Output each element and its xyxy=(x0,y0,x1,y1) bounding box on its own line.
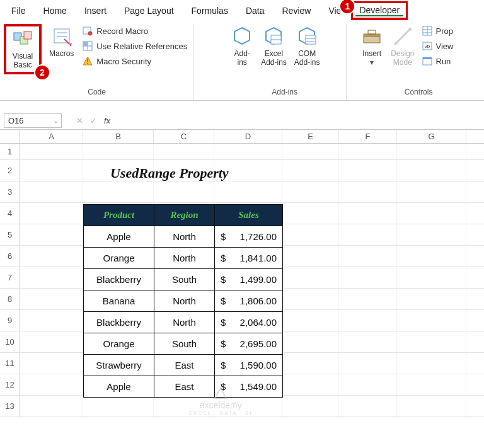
col-header-g[interactable]: G xyxy=(397,130,466,143)
cell[interactable] xyxy=(397,267,466,288)
cell[interactable] xyxy=(282,160,339,181)
cell[interactable] xyxy=(282,181,339,202)
cell[interactable] xyxy=(214,396,282,416)
cell[interactable] xyxy=(339,353,397,374)
cell[interactable] xyxy=(20,331,83,352)
cell[interactable] xyxy=(397,181,466,202)
cell[interactable] xyxy=(214,181,282,202)
cell-region[interactable]: North xyxy=(154,226,215,248)
cell[interactable] xyxy=(282,310,339,331)
cell[interactable] xyxy=(20,289,83,309)
cell[interactable] xyxy=(339,203,397,224)
cell-region[interactable]: East xyxy=(154,355,215,376)
tab-developer[interactable]: Developer 1 xyxy=(351,1,408,20)
macro-security-button[interactable]: ! Macro Security xyxy=(80,54,190,68)
fx-icon[interactable]: fx xyxy=(102,116,112,125)
row-header[interactable]: 6 xyxy=(0,246,20,267)
col-header-b[interactable]: B xyxy=(83,130,154,143)
cell[interactable] xyxy=(397,289,466,309)
cell[interactable] xyxy=(20,203,83,224)
cell[interactable] xyxy=(154,181,214,202)
cell[interactable] xyxy=(83,144,154,159)
cell-sales[interactable]: $1,806.00 xyxy=(215,290,283,312)
cell-product[interactable]: Apple xyxy=(84,226,154,248)
cell[interactable] xyxy=(20,267,83,288)
cell[interactable] xyxy=(20,181,83,202)
cell[interactable] xyxy=(282,246,339,267)
header-region[interactable]: Region xyxy=(154,205,215,226)
row-header[interactable]: 7 xyxy=(0,267,20,288)
name-box[interactable]: O16 ⌵ xyxy=(4,113,62,128)
cell-region[interactable]: South xyxy=(154,269,215,290)
row-header[interactable]: 2 xyxy=(0,160,20,181)
cell[interactable] xyxy=(397,331,466,352)
header-product[interactable]: Product xyxy=(84,205,154,226)
row-header[interactable]: 13 xyxy=(0,396,20,416)
cell[interactable] xyxy=(397,310,466,331)
col-header-c[interactable]: C xyxy=(154,130,214,143)
macros-button[interactable]: Macros xyxy=(45,24,78,59)
row-header[interactable]: 4 xyxy=(0,203,20,224)
cell-product[interactable]: Orange xyxy=(84,248,154,269)
cell-product[interactable]: Strawberry xyxy=(84,355,154,376)
com-addins-button[interactable]: COM Add-ins xyxy=(291,24,324,68)
tab-formulas[interactable]: Formulas xyxy=(183,2,237,20)
confirm-icon[interactable]: ✓ xyxy=(88,116,98,125)
col-header-f[interactable]: F xyxy=(339,130,397,143)
cell[interactable] xyxy=(282,224,339,245)
cell[interactable] xyxy=(20,224,83,245)
tab-insert[interactable]: Insert xyxy=(76,2,115,20)
cell-sales[interactable]: $2,695.00 xyxy=(215,333,283,355)
cell[interactable] xyxy=(339,160,397,181)
row-header[interactable]: 9 xyxy=(0,310,20,331)
cell-sales[interactable]: $2,064.00 xyxy=(215,312,283,333)
chevron-down-icon[interactable]: ⌵ xyxy=(54,118,57,124)
use-relative-references-button[interactable]: Use Relative References xyxy=(80,39,190,53)
row-header[interactable]: 1 xyxy=(0,144,20,159)
cell[interactable] xyxy=(339,267,397,288)
cell-product[interactable]: Orange xyxy=(84,333,154,355)
cell[interactable] xyxy=(20,144,83,159)
header-sales[interactable]: Sales xyxy=(215,205,283,226)
row-header[interactable]: 3 xyxy=(0,181,20,202)
cell-product[interactable]: Apple xyxy=(84,376,154,398)
cell[interactable] xyxy=(339,246,397,267)
cell-sales[interactable]: $1,499.00 xyxy=(215,269,283,290)
cell[interactable] xyxy=(339,289,397,309)
cell[interactable] xyxy=(282,144,339,159)
cell[interactable] xyxy=(282,267,339,288)
cell-region[interactable]: South xyxy=(154,333,215,355)
cell[interactable] xyxy=(397,224,466,245)
cell[interactable] xyxy=(20,353,83,374)
col-header-a[interactable]: A xyxy=(20,130,83,143)
tab-home[interactable]: Home xyxy=(35,2,76,20)
cell[interactable] xyxy=(397,203,466,224)
cell-product[interactable]: Blackberry xyxy=(84,269,154,290)
select-all-corner[interactable] xyxy=(0,130,20,143)
cell[interactable] xyxy=(282,331,339,352)
cell[interactable] xyxy=(20,246,83,267)
cell-region[interactable]: North xyxy=(154,290,215,312)
cell[interactable] xyxy=(282,353,339,374)
tab-review[interactable]: Review xyxy=(274,2,320,20)
row-header[interactable]: 12 xyxy=(0,374,20,395)
tab-file[interactable]: File xyxy=(3,2,35,20)
cancel-icon[interactable]: ✕ xyxy=(74,116,84,125)
cell[interactable] xyxy=(397,144,466,159)
record-macro-button[interactable]: Record Macro xyxy=(80,24,190,38)
cell[interactable] xyxy=(339,224,397,245)
cell[interactable] xyxy=(282,374,339,395)
row-header[interactable]: 11 xyxy=(0,353,20,374)
cell-sales[interactable]: $1,590.00 xyxy=(215,355,283,376)
cell-region[interactable]: East xyxy=(154,376,215,398)
cell[interactable] xyxy=(154,396,214,416)
excel-addins-button[interactable]: Excel Add-ins xyxy=(257,24,291,68)
cell[interactable] xyxy=(339,374,397,395)
cell[interactable] xyxy=(154,144,214,159)
cell[interactable] xyxy=(397,396,466,416)
cell[interactable] xyxy=(282,396,339,416)
cell-product[interactable]: Banana xyxy=(84,290,154,312)
cell-region[interactable]: North xyxy=(154,248,215,269)
cell[interactable] xyxy=(397,160,466,181)
cell[interactable] xyxy=(397,353,466,374)
